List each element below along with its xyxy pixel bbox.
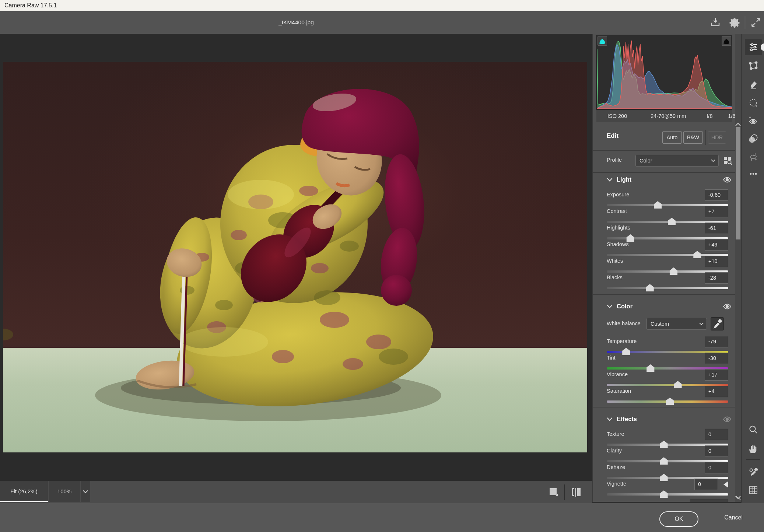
slider-label: Tint [607, 355, 616, 361]
white-balance-eyedropper-icon[interactable] [711, 317, 724, 330]
grid-overlay-icon[interactable] [745, 482, 762, 498]
slider-value[interactable]: -79 [705, 336, 728, 347]
slider-row-exposure: Exposure-0,60 [607, 190, 728, 206]
light-collapse-chevron-icon[interactable] [607, 178, 613, 182]
color-section-title: Color [617, 303, 632, 310]
slider-value[interactable]: 0 [694, 479, 718, 490]
sampler-icon[interactable] [745, 463, 762, 480]
slider-track[interactable] [607, 400, 728, 403]
sync-presets-icon[interactable] [745, 149, 762, 165]
retouch-icon[interactable] [745, 130, 762, 147]
heal-icon[interactable] [745, 77, 762, 93]
scroll-up-icon[interactable] [735, 122, 741, 127]
red-eye-icon[interactable] [745, 113, 762, 129]
partial-next-value-box [690, 499, 728, 502]
slider-label: Highlights [607, 225, 630, 231]
exif-lens: 24-70@59 mm [651, 113, 686, 119]
hand-tool-icon[interactable] [745, 441, 762, 457]
slider-track[interactable] [607, 493, 728, 496]
slider-label: Shadows [607, 241, 629, 247]
slider-value[interactable]: +49 [705, 239, 728, 251]
preview-mode-icon[interactable] [548, 487, 559, 498]
bw-button[interactable]: B&W [683, 131, 703, 144]
header-bar: _IKM4400.jpg [0, 11, 764, 34]
filename: _IKM4400.jpg [0, 11, 592, 34]
highlight-clipping-indicator[interactable] [722, 36, 731, 46]
active-tool-marker [761, 43, 764, 51]
slider-label: Texture [607, 431, 624, 437]
light-section-title: Light [617, 176, 631, 183]
exif-aperture: f/8 [707, 113, 712, 119]
download-icon[interactable] [709, 17, 721, 28]
exif-iso: ISO 200 [607, 113, 627, 119]
profile-select[interactable]: Color [635, 155, 719, 167]
auto-button[interactable]: Auto [662, 131, 682, 144]
slider-track[interactable] [607, 287, 728, 289]
more-icon[interactable] [745, 166, 762, 182]
slider-value[interactable]: 0 [705, 445, 728, 457]
zoom-fit-button[interactable]: Fit (26,2%) [0, 481, 48, 502]
slider-row-saturation: Saturation+4 [607, 386, 728, 403]
cancel-button[interactable]: Cancel [724, 514, 743, 521]
slider-row-whites: Whites+10 [607, 256, 728, 273]
vignette-expand-icon[interactable] [723, 481, 728, 488]
slider-row-shadows: Shadows+49 [607, 240, 728, 256]
edit-sliders-icon[interactable] [745, 39, 762, 55]
slider-label: Dehaze [607, 464, 625, 470]
slider-label: Vignette [607, 481, 626, 487]
slider-row-clarity: Clarity0 [607, 446, 728, 462]
scroll-down-icon[interactable] [735, 495, 741, 500]
slider-value[interactable]: +17 [705, 369, 728, 381]
zoom-dropdown-chevron-icon[interactable] [81, 481, 90, 502]
crop-icon[interactable] [745, 57, 762, 74]
histogram[interactable] [596, 35, 732, 110]
exif-shutter: 1/60s [728, 113, 735, 119]
slider-value[interactable]: +4 [705, 386, 728, 397]
slider-thumb[interactable] [645, 284, 654, 291]
effects-collapse-chevron-icon[interactable] [607, 417, 613, 421]
slider-value[interactable]: -0,60 [705, 189, 728, 201]
masking-icon[interactable] [745, 95, 762, 111]
white-balance-select[interactable]: Custom [646, 318, 707, 330]
color-collapse-chevron-icon[interactable] [607, 304, 613, 309]
expand-icon[interactable] [750, 17, 762, 28]
slider-thumb[interactable] [659, 490, 668, 498]
slider-value[interactable]: -30 [705, 353, 728, 364]
slider-row-vignette: Vignette0 [607, 479, 728, 496]
slider-label: Contrast [607, 208, 627, 214]
slider-value[interactable]: +7 [705, 206, 728, 217]
slider-value[interactable]: -61 [705, 223, 728, 234]
effects-section-title: Effects [617, 416, 637, 423]
effects-section-header: Effects [593, 415, 735, 426]
window-title: Camera Raw 17.5.1 [4, 2, 57, 8]
light-section-header: Light [593, 175, 735, 186]
slider-value[interactable]: -28 [705, 272, 728, 284]
slider-row-blacks: Blacks-28 [607, 273, 728, 289]
slider-label: Clarity [607, 448, 622, 454]
slider-value[interactable]: +10 [705, 256, 728, 267]
gear-icon[interactable] [729, 17, 740, 28]
zoom-bar: Fit (26,2%) 100% [0, 481, 592, 503]
profile-browser-icon[interactable] [722, 155, 733, 166]
light-visibility-eye-icon[interactable] [723, 176, 732, 183]
image-canvas[interactable] [0, 34, 592, 481]
color-section-header: Color [593, 302, 735, 313]
slider-value[interactable]: 0 [705, 462, 728, 473]
zoom-tool-icon[interactable] [745, 421, 762, 438]
scrollbar-thumb[interactable] [736, 127, 740, 239]
slider-row-contrast: Contrast+7 [607, 207, 728, 223]
effects-visibility-eye-icon[interactable] [723, 416, 732, 423]
slider-thumb[interactable] [666, 398, 674, 405]
shadow-clipping-indicator[interactable] [597, 36, 607, 46]
slider-row-highlights: Highlights-61 [607, 223, 728, 239]
slider-label: Temperature [607, 338, 637, 344]
slider-value[interactable]: 0 [705, 429, 728, 440]
hdr-button[interactable]: HDR [708, 131, 726, 144]
photo-preview [3, 62, 587, 452]
ok-button[interactable]: OK [659, 511, 698, 527]
panel-scrollbar[interactable] [735, 34, 741, 502]
color-visibility-eye-icon[interactable] [723, 303, 732, 310]
slider-label: Whites [607, 258, 623, 264]
before-after-icon[interactable] [570, 487, 582, 498]
zoom-100-button[interactable]: 100% [49, 481, 80, 502]
